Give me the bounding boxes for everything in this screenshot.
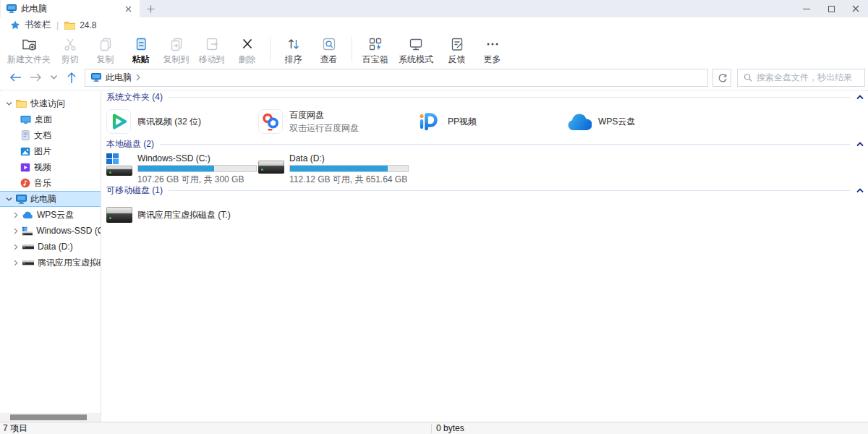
breadcrumb-chevron-icon[interactable] [136, 74, 140, 81]
sidebar-item-drive-c[interactable]: Windows-SSD (C:) [0, 223, 101, 239]
breadcrumb[interactable]: 此电脑 [106, 72, 132, 84]
drive-name: 腾讯应用宝虚拟磁盘 (T:) [137, 209, 231, 221]
collapse-chevron-icon[interactable] [856, 188, 864, 193]
move-to-button[interactable]: 移动到 [194, 35, 229, 66]
search-icon [743, 72, 753, 82]
paste-label: 粘贴 [132, 54, 150, 66]
sidebar: 快速访问 桌面 文档 [0, 91, 101, 422]
chevron-down-icon[interactable] [6, 101, 12, 106]
minimize-icon [803, 9, 810, 9]
section-title: 本地磁盘 (2) [106, 138, 154, 150]
item-tencent-video[interactable]: 腾讯视频 (32 位) [106, 109, 258, 135]
delete-button[interactable]: 删除 [229, 35, 265, 66]
main-area: 快速访问 桌面 文档 [0, 91, 868, 422]
sidebar-item-label: 桌面 [35, 114, 52, 126]
bookmark-bar-label[interactable]: 书签栏 [25, 19, 51, 31]
maximize-button[interactable] [819, 0, 843, 17]
item-baidu-netdisk[interactable]: 百度网盘 双击运行百度网盘 [258, 109, 417, 135]
copy-to-button[interactable]: 复制到 [158, 35, 194, 66]
chevron-right-icon[interactable] [12, 212, 19, 218]
collapse-chevron-icon[interactable] [856, 95, 864, 100]
documents-icon [20, 130, 30, 140]
music-icon [20, 178, 30, 188]
feedback-button[interactable]: 反馈 [439, 35, 475, 66]
sidebar-group-this-pc[interactable]: 此电脑 [0, 191, 101, 207]
drive-d-item[interactable]: Data (D:) 112.12 GB 可用, 共 651.64 GB [258, 153, 417, 181]
titlebar: 此电脑 [0, 0, 868, 17]
tab-this-pc[interactable]: 此电脑 [1, 0, 140, 17]
address-bar[interactable]: 此电脑 [85, 69, 708, 87]
item-name: 百度网盘 [289, 109, 359, 122]
sidebar-item-music[interactable]: 音乐 [0, 175, 101, 191]
up-icon[interactable] [66, 72, 77, 84]
pp-video-icon [417, 109, 441, 134]
chevron-right-icon[interactable] [12, 244, 19, 250]
desktop-icon [20, 115, 31, 124]
chevron-down-icon[interactable] [6, 197, 12, 202]
new-folder-icon [21, 35, 38, 52]
new-folder-label: 新建文件夹 [7, 54, 51, 66]
section-local-disks: 本地磁盘 (2) Windows- [106, 140, 868, 181]
history-chevron-icon[interactable] [50, 75, 58, 80]
copy-icon [98, 35, 114, 52]
chevron-right-icon[interactable] [12, 228, 19, 234]
sidebar-item-desktop[interactable]: 桌面 [0, 111, 101, 127]
collapse-chevron-icon[interactable] [856, 142, 864, 147]
sidebar-horizontal-scrollbar[interactable] [0, 413, 101, 422]
item-pp-video[interactable]: PP视频 [417, 109, 567, 135]
sidebar-item-label: 音乐 [34, 177, 51, 190]
sidebar-item-label: WPS云盘 [37, 209, 74, 221]
item-count: 7 项目 [0, 422, 27, 434]
sidebar-item-documents[interactable]: 文档 [0, 127, 101, 143]
sidebar-item-wps-cloud[interactable]: WPS云盘 [0, 207, 101, 223]
sort-label: 排序 [285, 54, 302, 66]
maximize-icon [828, 6, 835, 12]
sidebar-item-label: Windows-SSD (C:) [36, 226, 101, 236]
forward-icon[interactable] [30, 72, 42, 83]
copy-button[interactable]: 复制 [88, 35, 123, 66]
refresh-button[interactable] [712, 69, 731, 87]
move-to-label: 移动到 [199, 54, 225, 66]
windows-logo [106, 153, 119, 164]
star-icon[interactable] [10, 20, 20, 30]
sidebar-item-label: 视频 [34, 161, 51, 174]
system-mode-button[interactable]: 系统模式 [393, 35, 439, 66]
view-button[interactable]: 查看 [311, 35, 346, 66]
back-icon[interactable] [9, 72, 22, 83]
drive-c-item[interactable]: Windows-SSD (C:) 107.26 GB 可用, 共 300 GB [106, 153, 258, 181]
tencent-video-icon [106, 109, 131, 134]
close-button[interactable] [843, 0, 868, 17]
delete-x-icon [239, 35, 255, 52]
new-tab-button[interactable] [145, 3, 156, 14]
paste-button[interactable]: 粘贴 [123, 35, 158, 66]
sidebar-item-videos[interactable]: 视频 [0, 159, 101, 175]
tab-title: 此电脑 [21, 3, 118, 15]
more-button[interactable]: 更多 [475, 35, 510, 66]
item-wps-cloud[interactable]: WPS云盘 [567, 109, 719, 135]
drive-details: 112.12 GB 可用, 共 651.64 GB [289, 174, 409, 186]
sidebar-item-label: 此电脑 [30, 193, 56, 205]
drive-t-item[interactable]: 腾讯应用宝虚拟磁盘 (T:) [106, 204, 258, 226]
move-to-icon [204, 35, 220, 52]
windows-drive-icon [106, 153, 132, 178]
cut-button[interactable]: 剪切 [52, 35, 88, 66]
sidebar-item-label: 图片 [34, 145, 51, 158]
minimize-button[interactable] [794, 0, 819, 17]
sidebar-item-drive-d[interactable]: Data (D:) [0, 239, 101, 255]
chevron-right-icon[interactable] [12, 260, 19, 266]
sort-button[interactable]: 排序 [276, 35, 311, 66]
sidebar-item-drive-t[interactable]: 腾讯应用宝虚拟磁盘 (T:) [0, 255, 101, 271]
tab-close-icon[interactable] [122, 3, 134, 14]
system-folder-items: 腾讯视频 (32 位) 百度 [106, 109, 868, 135]
sidebar-item-pictures[interactable]: 图片 [0, 143, 101, 159]
scrollbar-thumb[interactable] [10, 414, 87, 420]
cloud-icon [22, 211, 33, 219]
sidebar-group-quick-access[interactable]: 快速访问 [0, 95, 101, 111]
toolbox-button[interactable]: 百宝箱 [357, 35, 393, 66]
bookmark-folder-label[interactable]: 24.8 [80, 20, 96, 30]
new-folder-button[interactable]: 新建文件夹 [6, 35, 52, 66]
section-removable-disks: 可移动磁盘 (1) 腾讯应用宝虚拟磁盘 (T:) [106, 186, 868, 226]
file-explorer-window: 此电脑 书签栏 | 24.8 [0, 0, 868, 434]
search-input[interactable] [757, 72, 859, 82]
local-disk-items: Windows-SSD (C:) 107.26 GB 可用, 共 300 GB [106, 153, 868, 181]
